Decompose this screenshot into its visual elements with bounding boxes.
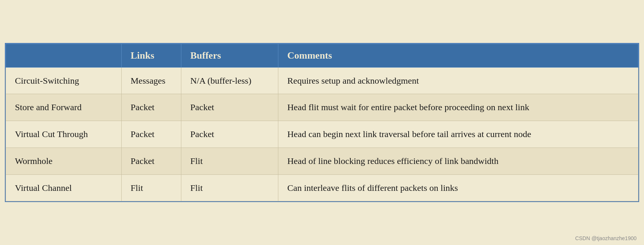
watermark-text: CSDN @tjaozhanzhe1900 <box>575 235 637 241</box>
cell-links: Packet <box>122 148 181 174</box>
cell-name: Wormhole <box>6 148 122 174</box>
header-name <box>6 44 122 67</box>
header-links: Links <box>122 44 181 67</box>
table-row: Virtual Cut ThroughPacketPacketHead can … <box>6 121 638 148</box>
cell-buffers: Packet <box>181 121 278 148</box>
cell-links: Packet <box>122 94 181 121</box>
table-row: Circuit-SwitchingMessagesN/A (buffer-les… <box>6 67 638 94</box>
header-comments: Comments <box>278 44 638 67</box>
cell-name: Circuit-Switching <box>6 67 122 94</box>
cell-name: Store and Forward <box>6 94 122 121</box>
main-table-container: Links Buffers Comments Circuit-Switching… <box>5 43 639 202</box>
table-row: Store and ForwardPacketPacketHead flit m… <box>6 94 638 121</box>
cell-name: Virtual Cut Through <box>6 121 122 148</box>
cell-name: Virtual Channel <box>6 174 122 201</box>
header-buffers: Buffers <box>181 44 278 67</box>
table-row: Virtual ChannelFlitFlitCan interleave fl… <box>6 174 638 201</box>
comparison-table: Links Buffers Comments Circuit-Switching… <box>6 44 638 202</box>
cell-comments: Head can begin next link traversal befor… <box>278 121 638 148</box>
cell-buffers: N/A (buffer-less) <box>181 67 278 94</box>
cell-links: Flit <box>122 174 181 201</box>
cell-buffers: Flit <box>181 148 278 174</box>
cell-buffers: Flit <box>181 174 278 201</box>
cell-comments: Head flit must wait for entire packet be… <box>278 94 638 121</box>
cell-comments: Can interleave flits of different packet… <box>278 174 638 201</box>
cell-links: Messages <box>122 67 181 94</box>
cell-comments: Requires setup and acknowledgment <box>278 67 638 94</box>
cell-comments: Head of line blocking reduces efficiency… <box>278 148 638 174</box>
header-row: Links Buffers Comments <box>6 44 638 67</box>
table-row: WormholePacketFlitHead of line blocking … <box>6 148 638 174</box>
cell-buffers: Packet <box>181 94 278 121</box>
cell-links: Packet <box>122 121 181 148</box>
